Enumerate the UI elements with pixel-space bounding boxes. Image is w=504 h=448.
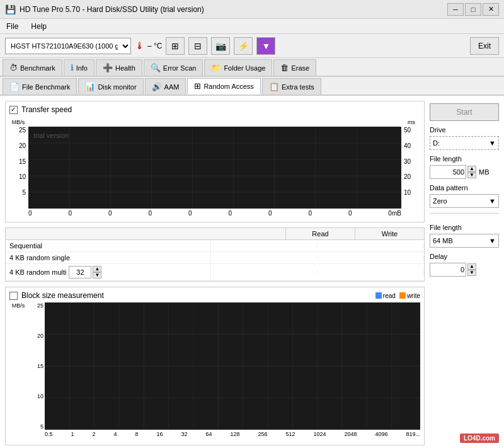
window-controls: ─ □ ✕ bbox=[447, 3, 499, 16]
toolbar-btn-camera[interactable]: 📷 bbox=[211, 37, 230, 55]
toolbar: HGST HTS721010A9E630 (1000 gB) 🌡 – °C ⊞ … bbox=[0, 34, 504, 58]
row-sequential-read bbox=[211, 244, 318, 248]
random-access-icon: ⊞ bbox=[194, 81, 201, 91]
data-pattern-control: Data pattern Zero ▼ bbox=[430, 184, 499, 208]
spin-buttons: ▲ ▼ bbox=[93, 266, 101, 279]
transfer-speed-checkbox[interactable] bbox=[9, 106, 18, 114]
legend-read-label: read bbox=[383, 292, 396, 299]
tab-health[interactable]: ➕ Health bbox=[96, 59, 142, 76]
delay-control: Delay ▲ ▼ bbox=[430, 253, 499, 277]
bottom-x-axis: 0.5 1 2 4 8 16 32 64 128 256 512 1024 20… bbox=[45, 430, 420, 437]
tab-info[interactable]: ℹ Info bbox=[64, 59, 94, 76]
results-table: Read Write Sequential 4 KB random single… bbox=[5, 227, 425, 282]
toolbar-btn-download[interactable]: ▼ bbox=[256, 37, 275, 55]
y-axis-left: 25 20 15 10 5 bbox=[9, 127, 27, 196]
dropdown-arrow-icon: ▼ bbox=[489, 139, 496, 147]
tab-info-label: Info bbox=[76, 64, 88, 72]
legend-write-box bbox=[399, 292, 406, 299]
toolbar-btn-lightning[interactable]: ⚡ bbox=[234, 37, 253, 55]
legend-read-box bbox=[375, 292, 382, 299]
legend-write-label: write bbox=[407, 292, 420, 299]
row-4kb-single-write bbox=[318, 256, 424, 260]
minimize-button[interactable]: ─ bbox=[447, 3, 464, 16]
data-pattern-value: Zero bbox=[433, 197, 447, 205]
separator bbox=[430, 213, 499, 219]
delay-up[interactable]: ▲ bbox=[467, 263, 476, 270]
erase-icon: 🗑 bbox=[280, 63, 289, 72]
tab-benchmark-label: Benchmark bbox=[20, 64, 55, 72]
data-pattern-arrow-icon: ▼ bbox=[489, 197, 496, 205]
file-length-up[interactable]: ▲ bbox=[467, 166, 476, 172]
folder-icon: 📁 bbox=[211, 63, 221, 72]
close-button[interactable]: ✕ bbox=[483, 3, 499, 16]
left-panel: Transfer speed MB/s ms 25 20 15 10 5 bbox=[5, 101, 425, 445]
x-axis-bottom: 0 0 0 0 0 0 0 0 0 0mB bbox=[28, 209, 401, 218]
tab-folder-usage[interactable]: 📁 Folder Usage bbox=[204, 59, 272, 76]
tab-error-scan-label: Error Scan bbox=[163, 64, 197, 72]
col-read: Read bbox=[286, 228, 355, 239]
transfer-speed-header: Transfer speed bbox=[9, 105, 420, 114]
right-panel: Start Drive D: ▼ File length ▲ ▼ MB Data… bbox=[430, 101, 499, 445]
multi-value-input[interactable] bbox=[69, 266, 91, 279]
tab-disk-monitor-label: Disk monitor bbox=[98, 83, 136, 91]
file-length-down[interactable]: ▼ bbox=[467, 172, 476, 178]
file-length-2-value: 64 MB bbox=[433, 237, 453, 244]
data-pattern-label: Data pattern bbox=[430, 184, 499, 192]
menu-help[interactable]: Help bbox=[27, 21, 50, 32]
file-length-spinners: ▲ ▼ bbox=[467, 166, 476, 178]
drive-label: Drive bbox=[430, 126, 499, 134]
file-length-2-dropdown[interactable]: 64 MB ▼ bbox=[430, 234, 499, 248]
toolbar-btn-2[interactable]: ⊟ bbox=[188, 37, 207, 55]
chart-canvas-top: trial version bbox=[28, 127, 401, 209]
mb-label: MB bbox=[479, 168, 490, 176]
tab-error-scan[interactable]: 🔍 Error Scan bbox=[144, 59, 203, 76]
spin-down[interactable]: ▼ bbox=[93, 272, 101, 279]
drive-select[interactable]: HGST HTS721010A9E630 (1000 gB) bbox=[5, 38, 131, 54]
tab-extra-tests[interactable]: 📋 Extra tests bbox=[262, 78, 321, 95]
row-4kb-multi-read bbox=[211, 270, 318, 274]
benchmark-icon: ⏱ bbox=[9, 63, 18, 72]
file-length-2-arrow-icon: ▼ bbox=[489, 237, 496, 244]
spin-up[interactable]: ▲ bbox=[93, 266, 101, 272]
data-pattern-dropdown[interactable]: Zero ▼ bbox=[430, 194, 499, 208]
tab-aam[interactable]: 🔊 AAM bbox=[145, 78, 186, 95]
table-row: Sequential bbox=[6, 240, 424, 252]
block-size-label: Block size measurement bbox=[21, 291, 104, 300]
drive-dropdown[interactable]: D: ▼ bbox=[430, 136, 499, 150]
start-button[interactable]: Start bbox=[430, 103, 499, 121]
legend: read write bbox=[375, 292, 420, 299]
drive-control: Drive D: ▼ bbox=[430, 126, 499, 150]
y-axis-right: 50 40 30 20 10 bbox=[403, 127, 420, 196]
tab-erase[interactable]: 🗑 Erase bbox=[273, 59, 316, 76]
block-size-checkbox[interactable] bbox=[9, 292, 18, 300]
row-4kb-single-label: 4 KB random single bbox=[6, 252, 211, 263]
file-length-input[interactable] bbox=[430, 165, 466, 179]
delay-input[interactable] bbox=[430, 263, 466, 277]
title-bar: 💾 HD Tune Pro 5.70 - Hard Disk/SSD Utili… bbox=[0, 0, 504, 19]
watermark-top: trial version bbox=[33, 132, 69, 139]
tab-random-access[interactable]: ⊞ Random Access bbox=[187, 78, 260, 95]
tab-bar-2: 📄 File Benchmark 📊 Disk monitor 🔊 AAM ⊞ … bbox=[0, 77, 504, 96]
table-row: 4 KB random single bbox=[6, 252, 424, 264]
table-row: 4 KB random multi ▲ ▼ bbox=[6, 264, 424, 281]
delay-spinners: ▲ ▼ bbox=[467, 263, 476, 276]
tab-benchmark[interactable]: ⏱ Benchmark bbox=[3, 59, 62, 76]
tab-aam-label: AAM bbox=[164, 83, 180, 91]
temperature-display: 🌡 – °C bbox=[135, 40, 162, 52]
transfer-speed-section: Transfer speed MB/s ms 25 20 15 10 5 bbox=[5, 101, 425, 222]
tab-file-benchmark[interactable]: 📄 File Benchmark bbox=[3, 78, 77, 95]
toolbar-btn-1[interactable]: ⊞ bbox=[166, 37, 185, 55]
multi-input: ▲ ▼ bbox=[69, 266, 101, 279]
tab-disk-monitor[interactable]: 📊 Disk monitor bbox=[78, 78, 143, 95]
bottom-y-axis: 25 20 15 10 5 bbox=[27, 302, 45, 430]
maximize-button[interactable]: □ bbox=[465, 3, 481, 16]
file-length-2-control: File length 64 MB ▼ bbox=[430, 224, 499, 248]
drive-value: D: bbox=[433, 139, 440, 147]
thermometer-icon: 🌡 bbox=[135, 40, 145, 52]
delay-down[interactable]: ▼ bbox=[467, 270, 476, 276]
disk-monitor-icon: 📊 bbox=[85, 82, 95, 91]
exit-button[interactable]: Exit bbox=[470, 37, 499, 55]
delay-input-group: ▲ ▼ bbox=[430, 263, 499, 277]
menu-file[interactable]: File bbox=[3, 21, 22, 32]
legend-read: read bbox=[375, 292, 396, 299]
